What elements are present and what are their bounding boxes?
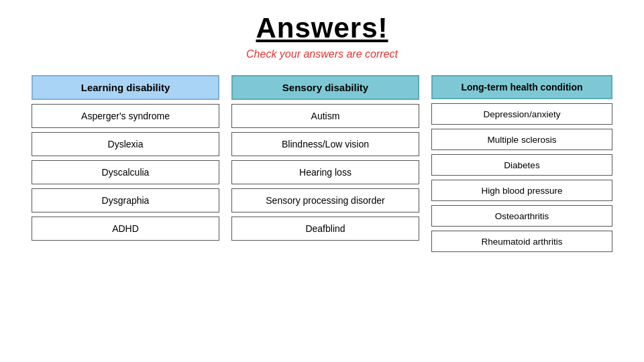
- columns-container: Learning disabilityAsperger's syndromeDy…: [13, 75, 631, 252]
- column-header-sensory: Sensory disability: [231, 75, 419, 100]
- column-header-learning: Learning disability: [32, 75, 219, 100]
- page: Answers! Check your answers are correct …: [0, 0, 644, 362]
- column-longterm: Long-term health conditionDepression/anx…: [431, 75, 612, 252]
- page-title: Answers!: [256, 12, 388, 44]
- column-learning: Learning disabilityAsperger's syndromeDy…: [32, 75, 219, 241]
- list-item: Multiple sclerosis: [431, 129, 612, 150]
- list-item: Dysgraphia: [32, 188, 219, 213]
- column-header-longterm: Long-term health condition: [431, 75, 612, 99]
- list-item: Asperger's syndrome: [32, 104, 219, 128]
- list-item: Osteoarthritis: [431, 205, 612, 227]
- page-subtitle: Check your answers are correct: [246, 48, 398, 60]
- list-item: Depression/anxiety: [431, 103, 612, 125]
- list-item: Deafblind: [231, 217, 419, 241]
- list-item: Diabetes: [431, 154, 612, 176]
- column-sensory: Sensory disabilityAutismBlindness/Low vi…: [231, 75, 419, 241]
- list-item: Blindness/Low vision: [231, 132, 419, 156]
- list-item: High blood pressure: [431, 180, 612, 201]
- list-item: Autism: [231, 104, 419, 128]
- list-item: Sensory processing disorder: [231, 188, 419, 213]
- list-item: Dyscalculia: [32, 160, 219, 184]
- list-item: Dyslexia: [32, 132, 219, 156]
- list-item: Rheumatoid arthritis: [431, 231, 612, 252]
- list-item: ADHD: [32, 217, 219, 241]
- list-item: Hearing loss: [231, 160, 419, 184]
